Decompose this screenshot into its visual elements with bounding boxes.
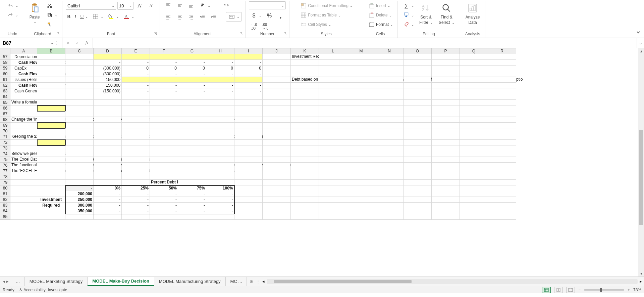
cell-G72[interactable] (178, 140, 206, 145)
cell-I65[interactable] (234, 100, 263, 105)
cell-P58[interactable] (432, 60, 460, 66)
cell-R69[interactable] (488, 123, 516, 128)
cell-A67[interactable] (10, 111, 37, 117)
cell-H75[interactable] (206, 157, 234, 163)
align-center-button[interactable] (175, 12, 185, 21)
cell-D69[interactable] (94, 123, 122, 128)
cell-C65[interactable] (65, 100, 94, 105)
cell-Q69[interactable] (460, 123, 488, 128)
cell-Q75[interactable] (460, 157, 488, 163)
cell-M82[interactable] (347, 197, 375, 203)
cell-L64[interactable] (319, 94, 347, 100)
cell-H64[interactable] (206, 94, 234, 100)
zoom-in-button[interactable]: + (628, 288, 630, 292)
row-header-65[interactable]: 65 (0, 100, 10, 105)
cell-A70[interactable] (10, 128, 37, 134)
cell-R61[interactable] (488, 77, 516, 83)
cell-K73[interactable] (291, 145, 319, 151)
cell-D73[interactable] (94, 145, 122, 151)
cell-L60[interactable] (319, 71, 347, 77)
cell-G81[interactable]: - (178, 191, 206, 197)
cell-L62[interactable] (319, 83, 347, 88)
cell-H78[interactable] (206, 174, 234, 180)
cell-F68[interactable] (150, 117, 178, 123)
cell-O67[interactable] (404, 111, 432, 117)
cell-O59[interactable] (404, 66, 432, 71)
cell-R72[interactable] (488, 140, 516, 145)
cell-E78[interactable] (122, 174, 150, 180)
cell-L67[interactable] (319, 111, 347, 117)
cell-G83[interactable]: - (178, 203, 206, 208)
cell-D61[interactable]: 150,000 (94, 77, 122, 83)
cell-K82[interactable] (291, 197, 319, 203)
scroll-down-icon[interactable]: ▾ (638, 270, 644, 277)
cell-O75[interactable] (404, 157, 432, 163)
cell-N67[interactable] (375, 111, 404, 117)
cell-Q82[interactable] (460, 197, 488, 203)
cell-O66[interactable] (404, 105, 432, 111)
zoom-out-button[interactable]: − (578, 288, 581, 292)
increase-indent-button[interactable] (209, 12, 219, 21)
cell-J76[interactable] (263, 163, 291, 168)
cell-N73[interactable] (375, 145, 404, 151)
cell-C57[interactable] (65, 54, 94, 60)
row-header-74[interactable]: 74 (0, 151, 10, 157)
cell-B85[interactable] (37, 214, 65, 220)
cell-C69[interactable] (65, 123, 94, 128)
cell-K62[interactable] (291, 83, 319, 88)
cell-B71[interactable] (37, 134, 65, 140)
cell-J79[interactable] (263, 180, 291, 185)
cell-H68[interactable] (206, 117, 234, 123)
cell-H82[interactable]: - (206, 197, 234, 203)
cell-R57[interactable] (488, 54, 516, 60)
cell-J75[interactable] (263, 157, 291, 163)
cell-K63[interactable] (291, 88, 319, 94)
row-header-62[interactable]: 62 (0, 83, 10, 88)
cell-F82[interactable]: - (150, 197, 178, 203)
cell-C85[interactable] (65, 214, 94, 220)
cell-F69[interactable] (150, 123, 178, 128)
cell-B63[interactable] (37, 88, 65, 94)
cell-P77[interactable] (432, 168, 460, 174)
cell-N75[interactable] (375, 157, 404, 163)
accounting-button[interactable]: $⌄ (249, 11, 263, 20)
cell-R60[interactable] (488, 71, 516, 77)
cell-H83[interactable]: - (206, 203, 234, 208)
cell-C72[interactable] (65, 140, 94, 145)
cell-N85[interactable] (375, 214, 404, 220)
cell-G70[interactable] (178, 128, 206, 134)
cell-C79[interactable] (65, 180, 94, 185)
cell-Q77[interactable] (460, 168, 488, 174)
cell-M65[interactable] (347, 100, 375, 105)
horizontal-scrollbar[interactable]: ◂ ▸ (260, 279, 644, 284)
cell-G78[interactable] (178, 174, 206, 180)
cell-A81[interactable] (10, 191, 37, 197)
cell-E83[interactable]: - (122, 203, 150, 208)
cell-N83[interactable] (375, 203, 404, 208)
cell-O60[interactable] (404, 71, 432, 77)
cell-Q62[interactable] (460, 83, 488, 88)
col-header-G[interactable]: G (178, 48, 206, 54)
cell-O79[interactable] (404, 180, 432, 185)
cell-O68[interactable] (404, 117, 432, 123)
horizontal-scroll-thumb[interactable] (274, 280, 411, 283)
cell-D71[interactable] (94, 134, 122, 140)
cell-C73[interactable] (65, 145, 94, 151)
cell-E71[interactable] (122, 134, 150, 140)
row-header-75[interactable]: 75 (0, 157, 10, 163)
cell-R58[interactable] (488, 60, 516, 66)
cell-A61[interactable]: Issues (Retirement) Debt (10, 77, 37, 83)
cell-M72[interactable] (347, 140, 375, 145)
cell-D65[interactable] (94, 100, 122, 105)
cell-I78[interactable] (234, 174, 263, 180)
align-left-button[interactable] (163, 12, 173, 21)
cell-J67[interactable] (263, 111, 291, 117)
conditional-formatting-button[interactable]: Conditional Formatting⌄ (299, 1, 354, 10)
cell-R74[interactable] (488, 151, 516, 157)
cell-I58[interactable]: - (234, 60, 263, 66)
cell-E72[interactable] (122, 140, 150, 145)
cell-Q70[interactable] (460, 128, 488, 134)
cell-R83[interactable] (488, 203, 516, 208)
cell-P64[interactable] (432, 94, 460, 100)
cell-C84[interactable]: 350,000 (65, 208, 94, 214)
